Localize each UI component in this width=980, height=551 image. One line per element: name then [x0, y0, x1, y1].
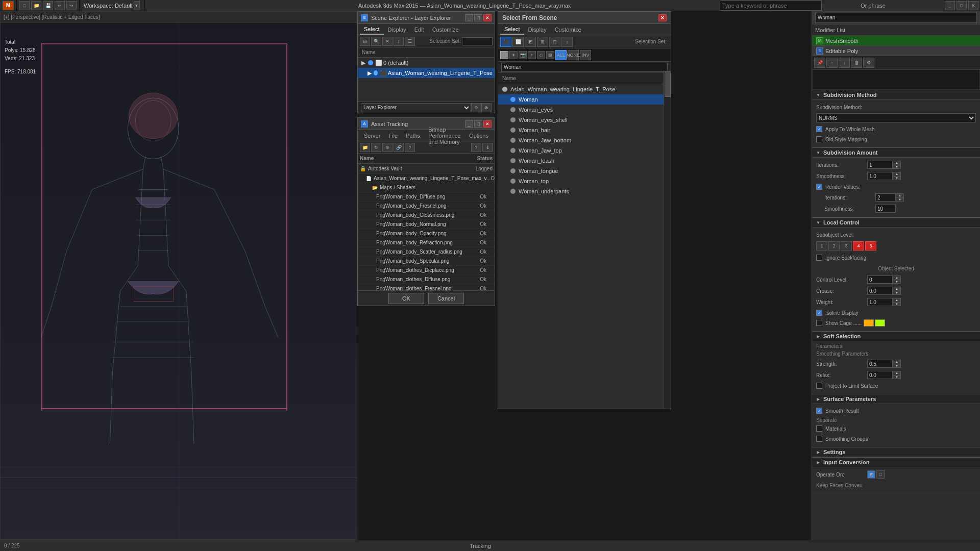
- workspace-dropdown[interactable]: ▾: [134, 1, 140, 10]
- relax-value[interactable]: [867, 371, 893, 379]
- ss-deselect-btn[interactable]: ⬜: [512, 37, 524, 47]
- iter-spinner[interactable]: ▲▼: [893, 161, 901, 169]
- ss-bone-btn[interactable]: ⊠: [546, 51, 554, 59]
- project-limit-cb[interactable]: [816, 383, 822, 389]
- se-footer-btn1[interactable]: ⊕: [471, 103, 481, 112]
- rx-up[interactable]: ▲: [893, 371, 900, 375]
- subobj-4[interactable]: 4: [853, 241, 864, 251]
- se-restore-btn[interactable]: □: [474, 14, 482, 21]
- maximize-btn[interactable]: □: [957, 1, 967, 10]
- at-tb5[interactable]: ?: [405, 143, 415, 152]
- open-btn[interactable]: 📁: [31, 1, 41, 10]
- at-tb1[interactable]: 📁: [360, 143, 370, 152]
- ri-up[interactable]: ▲: [896, 194, 903, 198]
- tab-edit[interactable]: Edit: [410, 24, 428, 35]
- new-btn[interactable]: □: [19, 1, 30, 10]
- rp-search[interactable]: [815, 13, 977, 23]
- at-tb2[interactable]: ↻: [371, 143, 381, 152]
- crease-value[interactable]: [867, 287, 893, 295]
- at-restore-btn[interactable]: □: [474, 120, 482, 128]
- at-file-8[interactable]: Png Woman_body_Refraction.png Ok: [358, 238, 495, 247]
- section-subdivision-method[interactable]: ▼ Subdivision Method: [812, 90, 980, 100]
- smooth-value[interactable]: [867, 172, 893, 180]
- modifier-editpoly[interactable]: E Editable Poly: [812, 46, 980, 56]
- rp-cfg-btn[interactable]: ⚙: [863, 58, 874, 68]
- app-icon[interactable]: M: [3, 1, 14, 10]
- at-file-main[interactable]: 📄 Asian_Woman_wearing_Lingerie_T_Pose_ma…: [358, 174, 495, 183]
- ss-obj-7[interactable]: Woman_leash: [498, 156, 671, 166]
- ss-search-input[interactable]: [501, 63, 668, 72]
- at-tab-bitmap[interactable]: Bitmap Performance and Memory: [424, 131, 465, 141]
- cr-up[interactable]: ▲: [893, 287, 900, 291]
- rp-pin-btn[interactable]: 📌: [814, 58, 825, 68]
- strength-spinner[interactable]: ▲▼: [893, 360, 901, 368]
- at-tab-paths[interactable]: Paths: [402, 131, 424, 141]
- x-btn[interactable]: ✕: [382, 37, 393, 46]
- redo-btn[interactable]: ↪: [66, 1, 77, 10]
- ss-none2-btn[interactable]: NONE: [568, 50, 579, 60]
- st-dn[interactable]: ▼: [893, 364, 900, 368]
- cr-dn[interactable]: ▼: [893, 291, 900, 295]
- section-subdivision-amount[interactable]: ▼ Subdivision Amount: [812, 147, 980, 158]
- at-tb-info[interactable]: ℹ: [482, 143, 493, 152]
- materials-cb[interactable]: [816, 425, 822, 432]
- tab-customize[interactable]: Customize: [428, 24, 463, 35]
- se-footer-btn2[interactable]: ⊗: [481, 103, 492, 112]
- ctrl-level-value[interactable]: [867, 276, 893, 284]
- ss-geo-btn[interactable]: □: [500, 51, 508, 59]
- subobj-2[interactable]: 2: [828, 241, 840, 251]
- at-file-3[interactable]: Png Woman_body_Diffuse.png Ok: [358, 192, 495, 202]
- at-ok-btn[interactable]: OK: [388, 293, 424, 304]
- at-file-4[interactable]: Png Woman_body_Fresnel.png Ok: [358, 202, 495, 211]
- ss-none-btn[interactable]: ⊟: [549, 37, 560, 47]
- se-close-btn[interactable]: ✕: [483, 14, 492, 21]
- at-file-6[interactable]: Png Woman_body_Normal.png Ok: [358, 220, 495, 229]
- at-tab-file[interactable]: File: [384, 131, 402, 141]
- ss-obj-5[interactable]: Woman_Jaw_bottom: [498, 135, 671, 145]
- ss-obj-3[interactable]: Woman_eyes_shell: [498, 115, 671, 125]
- ss-all-btn[interactable]: ALL: [555, 50, 567, 60]
- old-style-cb[interactable]: [816, 136, 822, 142]
- ss-obj-1[interactable]: Woman: [498, 94, 671, 105]
- at-tb-help[interactable]: ?: [471, 143, 481, 152]
- sub-method-select[interactable]: NURMS: [816, 113, 976, 122]
- ss-helper-btn[interactable]: +: [528, 51, 536, 59]
- section-surface-params[interactable]: ▶ Surface Parameters: [812, 394, 980, 404]
- ignore-backfacing-cb[interactable]: [816, 255, 822, 261]
- ss-close-btn[interactable]: ✕: [658, 14, 667, 21]
- ss-light-btn[interactable]: ☀: [509, 51, 518, 59]
- ss-invert-btn[interactable]: ◩: [525, 37, 536, 47]
- se-footer-select[interactable]: Layer Explorer: [361, 103, 471, 112]
- ss-obj-9[interactable]: Woman_top: [498, 176, 671, 186]
- rx-dn[interactable]: ▼: [893, 375, 900, 379]
- ss-scrollbar-thumb[interactable]: [665, 71, 671, 97]
- ss-tab-select[interactable]: Select: [500, 24, 524, 35]
- render-smooth-value[interactable]: [875, 205, 896, 213]
- ctrl-level-spinner[interactable]: ▲▼: [893, 276, 901, 284]
- show-cage-cb[interactable]: [816, 320, 822, 326]
- expand-btn[interactable]: ↕: [394, 37, 404, 46]
- undo-btn[interactable]: ↩: [55, 1, 65, 10]
- options-btn[interactable]: ☰: [405, 37, 415, 46]
- at-file-5[interactable]: Png Woman_body_Glossiness.png Ok: [358, 211, 495, 220]
- weight-value[interactable]: [867, 298, 893, 306]
- section-settings[interactable]: ▶ Settings: [812, 447, 980, 457]
- st-up[interactable]: ▲: [893, 360, 900, 364]
- smooth-spinner[interactable]: ▲▼: [893, 172, 901, 180]
- ss-invert2-btn[interactable]: INV: [580, 50, 591, 60]
- at-autodesk-vault[interactable]: 🔒 Autodesk Vault Logged: [358, 164, 495, 174]
- at-file-12[interactable]: Png Woman_clothes_Diffuse.png Ok: [358, 275, 495, 284]
- cl-dn[interactable]: ▼: [893, 280, 900, 284]
- search-input[interactable]: [720, 1, 822, 11]
- smooth-result-cb[interactable]: [816, 408, 822, 414]
- at-tb3[interactable]: ⊕: [382, 143, 393, 152]
- ss-scrollbar[interactable]: [664, 70, 671, 409]
- section-local-control[interactable]: ▼ Local Control: [812, 217, 980, 228]
- smooth-up[interactable]: ▲: [893, 172, 900, 177]
- at-file-9[interactable]: Png Woman_body_Scatter_radius.png Ok: [358, 247, 495, 257]
- save-btn[interactable]: 💾: [43, 1, 53, 10]
- at-file-11[interactable]: Png Woman_clothes_Dicplace.png Ok: [358, 266, 495, 275]
- ss-obj-2[interactable]: Woman_eyes: [498, 105, 671, 115]
- ri-dn[interactable]: ▼: [896, 198, 903, 202]
- cage-color2[interactable]: [875, 319, 885, 327]
